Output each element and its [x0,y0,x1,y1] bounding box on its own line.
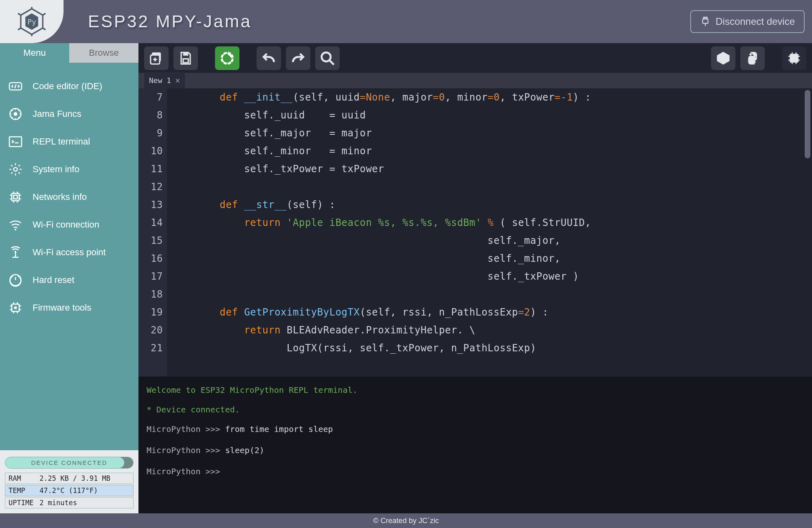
svg-point-56 [322,52,331,61]
status-panel: DEVICE CONNECTED RAM 2.25 KB / 3.91 MB T… [0,450,138,513]
repl-line: MicroPython >>> from time import sleep [147,422,804,436]
svg-point-18 [14,168,18,171]
tab-menu[interactable]: Menu [0,43,69,63]
svg-line-6 [18,28,21,30]
menu-item-firmware[interactable]: Firmware tools [0,294,138,322]
svg-rect-17 [9,137,22,147]
logo-icon: Py [17,7,46,36]
svg-line-3 [43,13,46,15]
footer-text: © Created by JC`zic [373,517,439,525]
app-title: ESP32 MPY-Jama [88,12,252,31]
code-area[interactable]: def __init__(self, uuid=None, major=0, m… [167,88,812,377]
header: Py ESP32 MPY-Jama Disconnect device [0,0,812,43]
firmware-icon [7,300,24,316]
repl-device-connected: * Device connected. [147,403,804,416]
menu-item-label: Code editor (IDE) [33,81,102,92]
hard-reset-icon [7,272,24,288]
svg-rect-20 [14,195,18,199]
packages-button[interactable] [711,46,735,70]
repl-terminal[interactable]: Welcome to ESP32 MicroPython REPL termin… [138,377,812,513]
search-button[interactable] [315,46,340,70]
svg-line-54 [222,62,223,63]
repl-welcome: Welcome to ESP32 MicroPython REPL termin… [147,383,804,397]
menu-item-code-editor[interactable]: Code editor (IDE) [0,72,138,100]
usb-plug-icon [700,16,711,27]
svg-rect-45 [183,52,189,55]
stat-temp: TEMP 47.2°C (117°F) [5,485,134,496]
svg-rect-61 [792,56,796,60]
svg-point-58 [750,53,751,55]
redo-button[interactable] [286,46,310,70]
menu-item-label: Wi-Fi connection [33,219,99,230]
repl-line: MicroPython >>> sleep(2) [147,443,804,457]
svg-point-59 [754,61,755,62]
svg-line-4 [43,28,46,30]
workspace: New 1 ✕ 789101112131415161718192021 def … [138,43,812,513]
sidebar-tabs: Menu Browse [0,43,138,63]
menu-item-ap[interactable]: Wi-Fi access point [0,239,138,266]
editor[interactable]: 789101112131415161718192021 def __init__… [138,88,812,377]
stat-temp-label: TEMP [9,486,40,495]
svg-rect-19 [12,193,19,201]
menu-item-label: System info [33,164,79,175]
menu-item-label: REPL terminal [33,136,90,147]
menu-item-label: Jama Funcs [33,109,81,119]
stat-uptime: UPTIME 2 minutes [5,497,134,508]
menu-item-system-info[interactable]: System info [0,156,138,183]
tab-browse[interactable]: Browse [69,43,138,63]
code-editor-icon [7,78,24,94]
menu-item-repl[interactable]: REPL terminal [0,128,138,156]
svg-line-7 [18,13,21,15]
chip-button[interactable] [782,46,806,70]
svg-point-16 [14,112,18,116]
save-file-button[interactable] [173,46,198,70]
ap-icon [7,244,24,261]
repl-line: MicroPython >>> [147,464,804,478]
menu-list: Code editor (IDE)Jama FuncsREPL terminal… [0,63,138,450]
undo-button[interactable] [257,46,281,70]
logo-container: Py [0,0,64,43]
menu-item-label: Wi-Fi access point [33,247,106,258]
system-info-icon [7,161,24,177]
stat-ram: RAM 2.25 KB / 3.91 MB [5,473,134,484]
repl-icon [7,134,24,150]
new-file-button[interactable] [144,46,169,70]
run-code-button[interactable] [215,46,239,70]
menu-item-label: Firmware tools [33,302,91,313]
svg-rect-46 [183,59,189,63]
device-connected-badge: DEVICE CONNECTED [5,457,134,469]
stat-ram-label: RAM [9,474,40,482]
file-tab-label: New 1 [149,76,171,85]
footer: © Created by JC`zic [0,513,812,528]
svg-line-57 [329,60,334,64]
disconnect-button[interactable]: Disconnect device [690,10,805,33]
svg-line-55 [231,53,233,54]
editor-tabbar: New 1 ✕ [138,73,812,88]
scrollbar-vertical[interactable] [805,90,810,158]
main: Menu Browse Code editor (IDE)Jama FuncsR… [0,43,812,513]
menu-item-networks[interactable]: Networks info [0,183,138,211]
menu-item-hard-reset[interactable]: Hard reset [0,266,138,294]
toolbar [138,43,812,73]
menu-item-jama-funcs[interactable]: Jama Funcs [0,100,138,128]
svg-text:Py: Py [27,18,36,26]
menu-item-label: Hard reset [33,275,75,285]
line-gutter: 789101112131415161718192021 [138,88,167,377]
jama-funcs-icon [7,106,24,122]
menu-item-wifi[interactable]: Wi-Fi connection [0,211,138,239]
svg-line-52 [222,53,223,54]
disconnect-label: Disconnect device [715,16,795,27]
svg-rect-10 [703,19,708,24]
stat-uptime-value: 2 minutes [40,499,77,507]
wifi-icon [7,217,24,233]
close-tab-button[interactable]: ✕ [175,75,180,85]
stat-uptime-label: UPTIME [9,499,40,507]
svg-line-53 [231,62,233,63]
stat-temp-value: 47.2°C (117°F) [40,486,98,495]
menu-item-label: Networks info [33,192,87,202]
svg-point-29 [15,229,16,230]
python-button[interactable] [740,46,765,70]
sidebar: Menu Browse Code editor (IDE)Jama FuncsR… [0,43,138,513]
stat-ram-value: 2.25 KB / 3.91 MB [40,474,110,482]
file-tab[interactable]: New 1 ✕ [144,72,185,88]
